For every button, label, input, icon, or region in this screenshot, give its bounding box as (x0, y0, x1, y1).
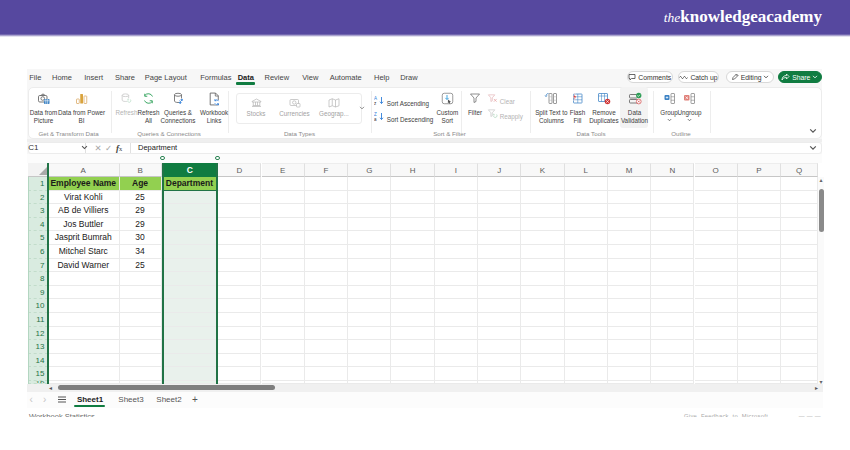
svg-text:A: A (374, 96, 377, 101)
svg-text:a: a (374, 117, 377, 122)
svg-text:z: z (374, 101, 377, 106)
svg-text:Z: Z (374, 112, 377, 117)
